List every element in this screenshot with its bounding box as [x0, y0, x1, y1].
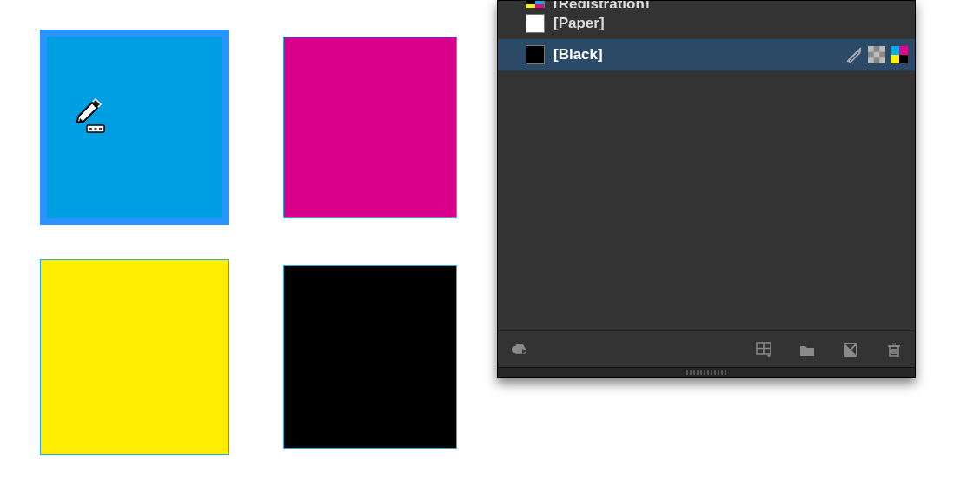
- new-swatch-icon[interactable]: [840, 339, 861, 360]
- no-edit-icon: [845, 46, 863, 63]
- svg-rect-8: [874, 52, 880, 58]
- swatch-label: [Paper]: [553, 15, 899, 32]
- svg-rect-12: [899, 46, 908, 55]
- svg-rect-7: [879, 46, 885, 52]
- swatches-panel: [Registration] [Paper] [Black]: [497, 0, 916, 378]
- cc-library-icon[interactable]: [508, 339, 529, 360]
- cmyk-mode-icon: [891, 46, 908, 63]
- swatch-label: [Black]: [553, 46, 837, 63]
- swatch-row-paper[interactable]: [Paper]: [498, 8, 915, 39]
- grid-view-icon[interactable]: [753, 339, 774, 360]
- svg-rect-9: [868, 57, 874, 63]
- swatches-panel-footer: [498, 330, 915, 367]
- swatch-row-black[interactable]: [Black]: [498, 39, 915, 70]
- canvas-swatch-black[interactable]: [283, 265, 457, 449]
- canvas-swatch-yellow[interactable]: [40, 259, 229, 455]
- svg-rect-10: [879, 57, 885, 63]
- grip-dots-icon: [686, 370, 726, 375]
- swatches-list: [Registration] [Paper] [Black]: [498, 1, 915, 330]
- svg-rect-13: [891, 55, 899, 63]
- transparency-icon: [868, 46, 885, 63]
- svg-rect-11: [891, 46, 899, 55]
- swatch-row-registration[interactable]: [Registration]: [498, 1, 915, 8]
- new-group-icon[interactable]: [797, 339, 818, 360]
- delete-icon[interactable]: [884, 339, 904, 360]
- swatch-label: [Registration]: [553, 1, 908, 8]
- panel-resize-grip[interactable]: [498, 367, 915, 377]
- swatch-chip-icon: [526, 45, 545, 64]
- canvas-swatch-magenta[interactable]: [283, 37, 457, 218]
- svg-rect-14: [899, 55, 908, 63]
- svg-marker-19: [767, 355, 771, 357]
- canvas-swatch-cyan[interactable]: [40, 30, 229, 225]
- swatch-chip-icon: [526, 14, 545, 33]
- swatches-empty-area: [498, 70, 915, 330]
- swatch-chip-icon: [526, 1, 545, 8]
- svg-rect-6: [868, 46, 874, 52]
